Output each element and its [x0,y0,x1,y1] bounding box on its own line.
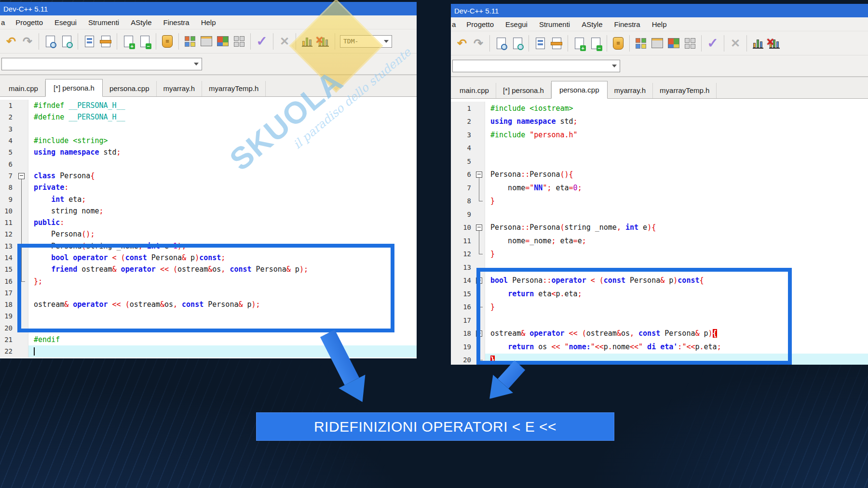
compile-check-icon: ✓ [707,37,718,50]
code-editor[interactable]: 1#ifndef __PERSONA_H__2#define __PERSONA… [0,97,417,358]
find-button[interactable] [42,32,58,51]
code-text [28,322,417,334]
tab-persona.h[interactable]: [*] persona.h [496,83,551,98]
token: ostream [586,329,617,338]
fold-collapse-icon[interactable] [18,173,25,179]
menu-item-a[interactable]: a [0,18,10,26]
tab-main.cpp[interactable]: main.cpp [2,81,45,96]
token: nome [490,237,525,245]
code-text: #define __PERSONA_H__ [28,111,417,123]
insert-add-button[interactable]: + [120,32,136,51]
fold-collapse-icon[interactable] [476,171,482,178]
menu-item-astyle[interactable]: AStyle [576,20,608,28]
compiler-combo[interactable]: TDM- [340,35,392,48]
token: eta [64,195,81,204]
page-bars-button[interactable] [532,34,548,53]
compile-check-button[interactable]: ✓ [254,32,270,51]
line-number: 10 [451,221,473,235]
compile-check-button[interactable]: ✓ [705,34,721,53]
code-text: nome=_nome; eta=e; [485,234,868,248]
window-color-button[interactable] [215,32,231,51]
undo-button[interactable]: ↶ [3,32,19,51]
delete-profiling-button[interactable]: ✕ [766,34,783,53]
tab-main.cpp[interactable]: main.cpp [453,83,496,98]
fold-collapse-icon[interactable] [476,277,482,284]
token: & [182,253,186,262]
menu-item-strumenti[interactable]: Strumenti [82,18,125,26]
page-bars-button[interactable] [81,32,97,51]
token: << [595,343,604,351]
line-number: 2 [451,115,473,129]
title-bar[interactable]: Dev-C++ 5.11 [0,2,417,15]
code-editor[interactable]: 1#include <iostream>2using namespace std… [451,99,868,365]
find-button[interactable] [493,34,509,53]
window-plain-icon [201,36,212,46]
toolbar-separator [39,33,39,50]
replace-button[interactable] [509,34,526,53]
token: bool operator [51,253,108,262]
line-number: 17 [451,314,473,327]
token: ); [299,265,308,274]
tab-myarraytemp.h[interactable]: myarrayTemp.h [653,83,717,98]
window-plain-button[interactable] [649,34,665,53]
token: p [695,343,699,351]
tab-persona.cpp[interactable]: persona.cpp [551,81,608,99]
token: " [682,343,686,351]
line-number: 4 [0,135,14,146]
replace-button[interactable] [58,32,75,51]
token: #endif [34,335,60,344]
profiling-chart-button[interactable] [750,34,766,53]
menu-item-strumenti[interactable]: Strumenti [533,20,576,28]
title-bar[interactable]: Dev-C++ 5.11 [451,4,868,17]
menu-item-finestra[interactable]: Finestra [158,18,195,26]
token: nome [612,343,630,351]
menu-item-finestra[interactable]: Finestra [609,20,646,28]
window-grid-color-button[interactable] [182,32,198,51]
tab-persona.h[interactable]: [*] persona.h [45,79,103,97]
page-split-button[interactable] [97,32,114,51]
profile-badge-button[interactable]: ≡ [159,32,176,51]
navigator-combo[interactable] [1,58,202,70]
profiling-chart-button[interactable] [299,32,315,51]
undo-button[interactable]: ↶ [454,34,470,53]
menu-item-esegui[interactable]: Esegui [500,20,533,28]
menu-item-esegui[interactable]: Esegui [49,18,82,26]
insert-add-button[interactable]: + [571,34,587,53]
tab-myarray.h[interactable]: myarray.h [157,81,203,96]
fold-line [479,287,479,301]
navigator-combo[interactable] [452,60,620,72]
window-color-button[interactable] [665,34,682,53]
window-grid-color-button[interactable] [633,34,649,53]
tab-myarraytemp.h[interactable]: myarrayTemp.h [202,81,266,96]
window-plain-button[interactable] [198,32,215,51]
fold-collapse-icon[interactable] [476,330,482,337]
menu-item-progetto[interactable]: Progetto [10,18,49,26]
abort-button[interactable]: ✕ [727,34,744,53]
profile-badge-button[interactable]: ≡ [610,34,626,53]
menu-item-progetto[interactable]: Progetto [461,20,500,28]
token: ; [99,207,103,215]
insert-remove-button[interactable]: − [587,34,604,53]
insert-remove-button[interactable]: − [136,32,153,51]
token: const [199,253,221,262]
fold-end-tick [479,201,483,201]
menu-item-astyle[interactable]: AStyle [125,18,157,26]
tab-persona.cpp[interactable]: persona.cpp [103,81,157,96]
token: = [525,237,529,245]
page-split-button[interactable] [548,34,565,53]
redo-button[interactable]: ↷ [470,34,487,53]
menu-item-help[interactable]: Help [646,20,673,28]
window-grid-gray-button[interactable] [231,32,247,51]
window-grid-gray-button[interactable] [682,34,698,53]
abort-button[interactable]: ✕ [276,32,293,51]
fold-collapse-icon[interactable] [476,224,482,231]
delete-profiling-button[interactable]: ✕ [315,32,332,51]
undo-icon: ↶ [457,38,467,49]
menu-item-help[interactable]: Help [195,18,222,26]
token: : [678,343,682,351]
token [34,195,51,204]
menu-item-a[interactable]: a [451,20,461,28]
token: ; [81,195,86,204]
tab-myarray.h[interactable]: myarray.h [608,83,653,98]
redo-button[interactable]: ↷ [19,32,36,51]
